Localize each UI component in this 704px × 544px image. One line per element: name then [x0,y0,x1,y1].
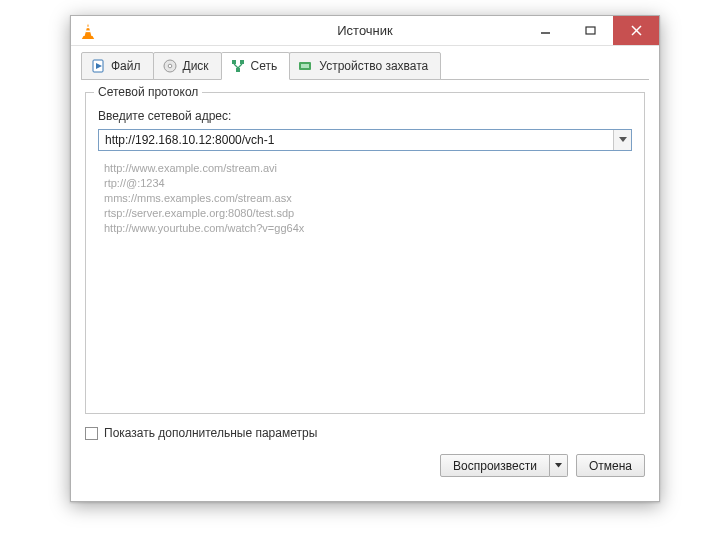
disc-icon [162,58,178,74]
svg-point-11 [168,64,172,68]
dialog-buttons: Воспроизвести Отмена [85,454,645,477]
network-protocol-legend: Сетевой протокол [94,85,202,99]
url-prompt-label: Введите сетевой адрес: [98,109,632,123]
file-icon [90,58,106,74]
show-more-row[interactable]: Показать дополнительные параметры [85,426,645,440]
capture-device-icon [298,58,314,74]
tab-disc-label: Диск [183,59,209,73]
close-button[interactable] [613,16,659,45]
url-example: mms://mms.examples.com/stream.asx [104,191,626,206]
svg-marker-20 [555,463,562,468]
url-examples: http://www.example.com/stream.avi rtp://… [104,161,626,236]
show-more-label: Показать дополнительные параметры [104,426,317,440]
network-panel: Сетевой протокол Введите сетевой адрес: … [71,80,659,414]
play-button-label: Воспроизвести [453,459,537,473]
svg-rect-12 [232,60,236,64]
minimize-button[interactable] [523,16,568,45]
url-example: rtp://@:1234 [104,176,626,191]
titlebar: Источник [71,16,659,46]
url-section: Введите сетевой адрес: http://www.exampl… [98,109,632,236]
url-input[interactable] [99,130,613,150]
tab-network-label: Сеть [251,59,278,73]
source-tabs: Файл Диск Сеть Устр [71,46,659,80]
svg-line-15 [234,64,238,68]
url-combobox[interactable] [98,129,632,151]
tab-file-label: Файл [111,59,141,73]
panel-empty-area [98,236,632,401]
svg-rect-1 [86,26,90,28]
svg-rect-2 [85,30,90,32]
svg-rect-5 [586,27,595,34]
svg-rect-18 [301,64,309,68]
svg-marker-0 [85,23,92,35]
tab-network[interactable]: Сеть [221,52,291,80]
url-dropdown-button[interactable] [613,130,631,150]
svg-marker-3 [82,36,94,39]
url-example: http://www.yourtube.com/watch?v=gg64x [104,221,626,236]
open-media-dialog: Источник Файл [70,15,660,502]
play-split-button[interactable]: Воспроизвести [440,454,568,477]
svg-line-16 [238,64,242,68]
url-example: rtsp://server.example.org:8080/test.sdp [104,206,626,221]
tab-disc[interactable]: Диск [153,52,222,80]
network-icon [230,58,246,74]
play-dropdown-button[interactable] [550,454,568,477]
cancel-button[interactable]: Отмена [576,454,645,477]
network-protocol-group: Сетевой протокол Введите сетевой адрес: … [85,92,645,414]
tab-file[interactable]: Файл [81,52,154,80]
window-controls [523,16,659,45]
vlc-cone-icon [79,22,97,40]
show-more-checkbox[interactable] [85,427,98,440]
dialog-footer: Показать дополнительные параметры Воспро… [71,414,659,491]
maximize-button[interactable] [568,16,613,45]
play-button[interactable]: Воспроизвести [440,454,550,477]
url-example: http://www.example.com/stream.avi [104,161,626,176]
tab-capture[interactable]: Устройство захвата [289,52,441,80]
svg-marker-19 [619,137,627,142]
tab-capture-label: Устройство захвата [319,59,428,73]
svg-rect-13 [240,60,244,64]
svg-rect-14 [236,68,240,72]
cancel-button-label: Отмена [589,459,632,473]
